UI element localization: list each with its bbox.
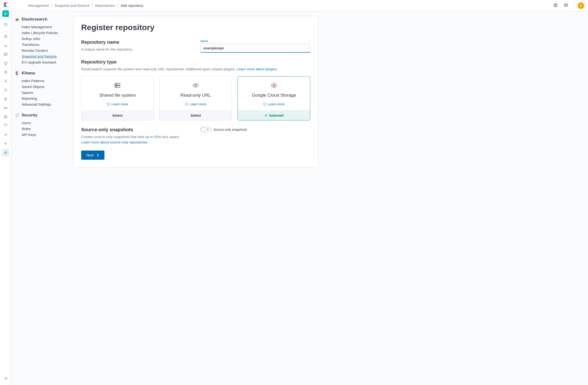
svg-point-11 xyxy=(5,152,6,153)
check-icon xyxy=(264,114,268,117)
svg-point-6 xyxy=(5,81,6,82)
breadcrumb-sep: / xyxy=(92,3,93,7)
card-select-button[interactable]: Select xyxy=(160,110,232,120)
next-button[interactable]: Next xyxy=(81,150,105,160)
sidebar: Elasticsearch Index Management Index Lif… xyxy=(11,11,70,385)
breadcrumb-item[interactable]: Snapshot and Restore xyxy=(55,3,90,7)
sidebar-item[interactable]: Index Management xyxy=(22,24,66,30)
svg-point-21 xyxy=(195,85,197,86)
svg-rect-14 xyxy=(564,4,567,6)
sidebar-head-kibana: Kibana xyxy=(15,71,66,76)
repo-type-card-url: Read-only URL iLearn more Select xyxy=(159,76,232,121)
sidebar-item[interactable]: Reporting xyxy=(22,95,66,101)
source-only-link[interactable]: Learn more about source-only repositorie… xyxy=(81,140,148,144)
sidebar-item[interactable]: Transforms xyxy=(22,42,66,47)
switch-label: Source-only snapshots xyxy=(213,128,247,131)
breadcrumb-sep: / xyxy=(51,3,52,7)
sidebar-head-security: Security xyxy=(15,113,66,118)
card-selected-indicator[interactable]: Selected xyxy=(238,110,310,120)
sidebar-head-elasticsearch: Elasticsearch xyxy=(15,17,66,22)
rail-ml-icon[interactable] xyxy=(2,77,9,85)
rail-monitor-icon[interactable] xyxy=(2,140,9,148)
chevron-right-icon xyxy=(96,153,99,157)
rail-apm-icon[interactable] xyxy=(2,104,9,112)
nav-rail: D xyxy=(0,0,11,385)
repo-name-desc: A unique name for the repository. xyxy=(81,47,191,52)
rail-canvas-icon[interactable] xyxy=(2,60,9,67)
card-select-button[interactable]: Select xyxy=(81,110,154,120)
svg-point-4 xyxy=(5,72,6,72)
rail-visualize-icon[interactable] xyxy=(2,42,9,49)
svg-point-19 xyxy=(116,86,116,87)
sidebar-item[interactable]: API Keys xyxy=(22,132,66,138)
page-title: Register repository xyxy=(81,23,310,32)
svg-point-12 xyxy=(554,3,557,7)
card-learn-link[interactable]: iLearn more xyxy=(107,102,128,106)
sidebar-item[interactable]: Rollup Jobs xyxy=(22,36,66,42)
breadcrumb-sep: / xyxy=(117,3,118,7)
rail-siem-icon[interactable] xyxy=(2,122,9,129)
card-title: Read-only URL xyxy=(180,92,211,98)
rail-recent-icon[interactable] xyxy=(2,21,9,28)
source-only-desc: Creates source-only snapshots that take … xyxy=(81,134,191,145)
svg-point-18 xyxy=(117,84,117,85)
repo-name-heading: Repository name xyxy=(81,40,191,45)
header-separator xyxy=(573,2,573,9)
gcs-icon xyxy=(271,82,277,89)
rail-logs-icon[interactable] xyxy=(2,95,9,103)
plugins-link[interactable]: Learn more about plugins. xyxy=(237,67,277,71)
source-only-switch[interactable]: ✕ xyxy=(200,127,211,132)
name-input[interactable] xyxy=(200,44,310,53)
sidebar-item[interactable]: Spaces xyxy=(22,90,66,95)
info-icon: i xyxy=(185,103,188,106)
sidebar-item[interactable]: Saved Objects xyxy=(22,84,66,90)
newsfeed-icon[interactable] xyxy=(563,3,569,8)
rail-dev-icon[interactable] xyxy=(2,131,9,139)
rail-discover-icon[interactable] xyxy=(2,33,9,40)
rail-infra-icon[interactable] xyxy=(2,86,9,94)
main-panel: Register repository Repository name A un… xyxy=(73,16,318,168)
repo-type-desc: Elasticsearch supports file system and r… xyxy=(81,66,310,72)
kibana-logo-icon[interactable] xyxy=(3,2,8,7)
sidebar-item[interactable]: Users xyxy=(22,120,66,126)
space-badge[interactable]: D xyxy=(2,10,9,17)
security-icon xyxy=(15,113,19,117)
sidebar-item[interactable]: Roles xyxy=(22,126,66,132)
sidebar-item[interactable]: Advanced Settings xyxy=(22,101,66,107)
rail-maps-icon[interactable] xyxy=(2,68,9,76)
card-title: Google Cloud Storage xyxy=(252,92,296,98)
source-only-heading: Source-only snapshots xyxy=(81,127,191,132)
rail-management-icon[interactable] xyxy=(2,149,9,156)
rail-uptime-icon[interactable] xyxy=(2,113,9,121)
card-learn-link[interactable]: iLearn more xyxy=(185,102,207,106)
breadcrumb-current: Add repository xyxy=(121,3,144,7)
sidebar-item[interactable]: 8.0 Upgrade Assistant xyxy=(22,59,66,65)
svg-point-17 xyxy=(116,84,116,85)
sidebar-item-active[interactable]: Snapshot and Restore xyxy=(22,53,66,59)
card-title: Shared file system xyxy=(99,92,136,98)
rail-dashboard-icon[interactable] xyxy=(2,51,9,58)
info-icon: i xyxy=(107,103,110,106)
name-label: Name xyxy=(200,40,310,43)
kibana-icon xyxy=(15,71,19,75)
info-icon: i xyxy=(263,103,267,106)
repo-type-card-gcs: Google Cloud Storage iLearn more Selecte… xyxy=(238,76,310,121)
card-learn-link[interactable]: iLearn more xyxy=(263,102,285,106)
header: Management / Snapshot and Restore / Repo… xyxy=(11,0,588,11)
help-icon[interactable] xyxy=(552,3,559,8)
svg-rect-3 xyxy=(4,62,7,64)
sidebar-item[interactable]: Remote Clusters xyxy=(22,47,66,53)
sidebar-item[interactable]: Index Lifecycle Policies xyxy=(22,30,66,36)
breadcrumb-item[interactable]: Repositories xyxy=(95,3,115,7)
svg-point-20 xyxy=(117,86,117,87)
breadcrumb-item[interactable]: Management xyxy=(28,3,49,7)
repo-type-card-fs: Shared file system iLearn more Select xyxy=(81,76,154,121)
breadcrumb: Management / Snapshot and Restore / Repo… xyxy=(28,3,143,7)
elasticsearch-icon xyxy=(15,17,19,21)
storage-icon xyxy=(114,82,121,89)
rail-collapse-icon[interactable] xyxy=(2,375,9,382)
sidebar-item[interactable]: Index Patterns xyxy=(22,78,66,84)
x-icon: ✕ xyxy=(207,128,209,131)
avatar[interactable]: e xyxy=(578,2,584,9)
svg-point-5 xyxy=(4,80,7,83)
